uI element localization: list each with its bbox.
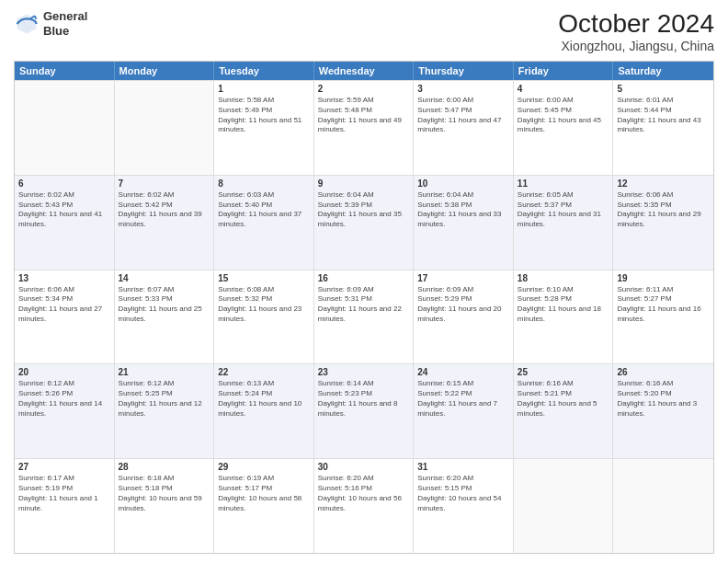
day-info: Sunrise: 6:12 AM Sunset: 5:25 PM Dayligh… xyxy=(119,379,210,419)
day-cell-4: 4Sunrise: 6:00 AM Sunset: 5:45 PM Daylig… xyxy=(514,81,614,175)
calendar-body: 1Sunrise: 5:58 AM Sunset: 5:49 PM Daylig… xyxy=(15,80,713,553)
day-cell-18: 18Sunrise: 6:10 AM Sunset: 5:28 PM Dayli… xyxy=(514,270,614,364)
header: General Blue October 2024 Xiongzhou, Jia… xyxy=(14,9,714,53)
day-cell-28: 28Sunrise: 6:18 AM Sunset: 5:18 PM Dayli… xyxy=(115,459,215,553)
day-cell-7: 7Sunrise: 6:02 AM Sunset: 5:42 PM Daylig… xyxy=(115,176,215,270)
day-number: 11 xyxy=(518,178,609,189)
title-block: October 2024 Xiongzhou, Jiangsu, China xyxy=(558,9,714,53)
day-number: 1 xyxy=(218,84,310,94)
day-info: Sunrise: 6:15 AM Sunset: 5:22 PM Dayligh… xyxy=(417,379,509,419)
day-info: Sunrise: 6:16 AM Sunset: 5:20 PM Dayligh… xyxy=(617,379,710,419)
day-info: Sunrise: 6:00 AM Sunset: 5:45 PM Dayligh… xyxy=(518,96,609,135)
day-number: 18 xyxy=(518,273,609,283)
empty-cell xyxy=(514,459,614,553)
day-number: 15 xyxy=(218,273,310,283)
day-number: 20 xyxy=(18,367,110,377)
day-info: Sunrise: 6:20 AM Sunset: 5:16 PM Dayligh… xyxy=(318,474,410,513)
day-number: 30 xyxy=(318,462,410,472)
day-cell-21: 21Sunrise: 6:12 AM Sunset: 5:25 PM Dayli… xyxy=(115,364,215,458)
day-info: Sunrise: 6:02 AM Sunset: 5:42 PM Dayligh… xyxy=(119,190,210,230)
logo: General Blue xyxy=(14,9,87,38)
day-number: 10 xyxy=(417,178,509,189)
day-info: Sunrise: 6:17 AM Sunset: 5:19 PM Dayligh… xyxy=(18,474,110,513)
logo-icon xyxy=(14,11,40,37)
day-info: Sunrise: 5:59 AM Sunset: 5:48 PM Dayligh… xyxy=(318,96,410,135)
day-cell-5: 5Sunrise: 6:01 AM Sunset: 5:44 PM Daylig… xyxy=(613,81,713,175)
calendar-week-5: 27Sunrise: 6:17 AM Sunset: 5:19 PM Dayli… xyxy=(15,458,713,553)
header-day-wednesday: Wednesday xyxy=(314,62,415,80)
day-number: 4 xyxy=(518,84,609,94)
day-number: 29 xyxy=(218,462,310,472)
header-day-saturday: Saturday xyxy=(613,62,713,80)
calendar-header: SundayMondayTuesdayWednesdayThursdayFrid… xyxy=(15,62,713,80)
day-number: 6 xyxy=(18,178,110,189)
day-info: Sunrise: 6:08 AM Sunset: 5:32 PM Dayligh… xyxy=(218,285,310,325)
day-info: Sunrise: 6:12 AM Sunset: 5:26 PM Dayligh… xyxy=(18,379,110,419)
day-number: 16 xyxy=(318,273,410,283)
day-info: Sunrise: 6:18 AM Sunset: 5:18 PM Dayligh… xyxy=(119,474,210,513)
page: General Blue October 2024 Xiongzhou, Jia… xyxy=(0,0,728,563)
day-info: Sunrise: 6:06 AM Sunset: 5:34 PM Dayligh… xyxy=(18,285,110,325)
day-cell-9: 9Sunrise: 6:04 AM Sunset: 5:39 PM Daylig… xyxy=(314,176,415,270)
day-number: 13 xyxy=(18,273,110,283)
day-number: 21 xyxy=(119,367,210,377)
header-day-friday: Friday xyxy=(514,62,614,80)
day-cell-10: 10Sunrise: 6:04 AM Sunset: 5:38 PM Dayli… xyxy=(414,176,514,270)
day-cell-20: 20Sunrise: 6:12 AM Sunset: 5:26 PM Dayli… xyxy=(15,364,115,458)
day-number: 26 xyxy=(617,367,710,377)
day-info: Sunrise: 6:02 AM Sunset: 5:43 PM Dayligh… xyxy=(18,190,110,230)
empty-cell xyxy=(613,459,713,553)
day-info: Sunrise: 6:03 AM Sunset: 5:40 PM Dayligh… xyxy=(218,190,310,230)
day-number: 17 xyxy=(417,273,509,283)
logo-line1: General xyxy=(43,9,87,24)
day-number: 24 xyxy=(417,367,509,377)
day-cell-29: 29Sunrise: 6:19 AM Sunset: 5:17 PM Dayli… xyxy=(214,459,314,553)
day-info: Sunrise: 6:00 AM Sunset: 5:47 PM Dayligh… xyxy=(417,96,509,135)
header-day-sunday: Sunday xyxy=(15,62,115,80)
day-cell-2: 2Sunrise: 5:59 AM Sunset: 5:48 PM Daylig… xyxy=(314,81,415,175)
day-number: 7 xyxy=(119,178,210,189)
day-info: Sunrise: 5:58 AM Sunset: 5:49 PM Dayligh… xyxy=(218,96,310,135)
day-cell-13: 13Sunrise: 6:06 AM Sunset: 5:34 PM Dayli… xyxy=(15,270,115,364)
day-cell-25: 25Sunrise: 6:16 AM Sunset: 5:21 PM Dayli… xyxy=(514,364,614,458)
day-info: Sunrise: 6:16 AM Sunset: 5:21 PM Dayligh… xyxy=(518,379,609,419)
day-cell-26: 26Sunrise: 6:16 AM Sunset: 5:20 PM Dayli… xyxy=(613,364,713,458)
day-cell-14: 14Sunrise: 6:07 AM Sunset: 5:33 PM Dayli… xyxy=(115,270,215,364)
day-cell-30: 30Sunrise: 6:20 AM Sunset: 5:16 PM Dayli… xyxy=(314,459,415,553)
header-day-thursday: Thursday xyxy=(414,62,514,80)
day-number: 22 xyxy=(218,367,310,377)
day-info: Sunrise: 6:14 AM Sunset: 5:23 PM Dayligh… xyxy=(318,379,410,419)
day-info: Sunrise: 6:09 AM Sunset: 5:29 PM Dayligh… xyxy=(417,285,509,325)
day-cell-8: 8Sunrise: 6:03 AM Sunset: 5:40 PM Daylig… xyxy=(214,176,314,270)
empty-cell xyxy=(15,81,115,175)
day-cell-6: 6Sunrise: 6:02 AM Sunset: 5:43 PM Daylig… xyxy=(15,176,115,270)
calendar-week-4: 20Sunrise: 6:12 AM Sunset: 5:26 PM Dayli… xyxy=(15,363,713,458)
day-cell-27: 27Sunrise: 6:17 AM Sunset: 5:19 PM Dayli… xyxy=(15,459,115,553)
header-day-tuesday: Tuesday xyxy=(214,62,314,80)
day-cell-17: 17Sunrise: 6:09 AM Sunset: 5:29 PM Dayli… xyxy=(414,270,514,364)
calendar-week-1: 1Sunrise: 5:58 AM Sunset: 5:49 PM Daylig… xyxy=(15,80,713,175)
day-number: 31 xyxy=(417,462,509,472)
day-info: Sunrise: 6:07 AM Sunset: 5:33 PM Dayligh… xyxy=(119,285,210,325)
day-info: Sunrise: 6:04 AM Sunset: 5:38 PM Dayligh… xyxy=(417,190,509,230)
day-info: Sunrise: 6:11 AM Sunset: 5:27 PM Dayligh… xyxy=(617,285,710,325)
day-number: 8 xyxy=(218,178,310,189)
day-number: 14 xyxy=(119,273,210,283)
day-number: 12 xyxy=(617,178,710,189)
calendar-subtitle: Xiongzhou, Jiangsu, China xyxy=(558,39,714,53)
day-cell-15: 15Sunrise: 6:08 AM Sunset: 5:32 PM Dayli… xyxy=(214,270,314,364)
day-number: 25 xyxy=(518,367,609,377)
day-cell-19: 19Sunrise: 6:11 AM Sunset: 5:27 PM Dayli… xyxy=(613,270,713,364)
day-number: 9 xyxy=(318,178,410,189)
day-info: Sunrise: 6:19 AM Sunset: 5:17 PM Dayligh… xyxy=(218,474,310,513)
day-number: 23 xyxy=(318,367,410,377)
day-cell-24: 24Sunrise: 6:15 AM Sunset: 5:22 PM Dayli… xyxy=(414,364,514,458)
calendar: SundayMondayTuesdayWednesdayThursdayFrid… xyxy=(14,61,714,554)
day-number: 27 xyxy=(18,462,110,472)
calendar-title: October 2024 xyxy=(558,9,714,39)
day-info: Sunrise: 6:04 AM Sunset: 5:39 PM Dayligh… xyxy=(318,190,410,230)
day-info: Sunrise: 6:13 AM Sunset: 5:24 PM Dayligh… xyxy=(218,379,310,419)
calendar-week-3: 13Sunrise: 6:06 AM Sunset: 5:34 PM Dayli… xyxy=(15,270,713,364)
day-info: Sunrise: 6:09 AM Sunset: 5:31 PM Dayligh… xyxy=(318,285,410,325)
day-info: Sunrise: 6:20 AM Sunset: 5:15 PM Dayligh… xyxy=(417,474,509,513)
